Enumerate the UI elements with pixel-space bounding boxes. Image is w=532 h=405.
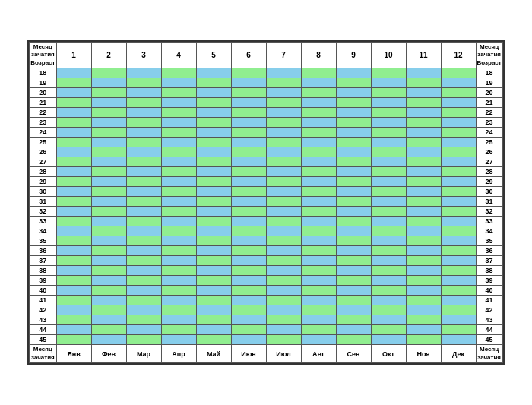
cell-age27-month3 — [126, 157, 161, 167]
cell-age19-month11 — [406, 78, 441, 88]
table-row: 2020 — [30, 88, 503, 98]
cell-age24-month6 — [231, 128, 266, 138]
cell-age34-month1 — [56, 226, 91, 236]
age-label-right-29: 29 — [476, 177, 502, 187]
table-row: 4444 — [30, 325, 503, 335]
month-name-footer-0: Янв — [56, 345, 91, 363]
cell-age45-month11 — [406, 335, 441, 345]
table-row: 4242 — [30, 305, 503, 315]
cell-age26-month4 — [161, 147, 196, 157]
cell-age32-month2 — [91, 207, 126, 217]
age-label-right-43: 43 — [476, 315, 502, 325]
cell-age34-month8 — [301, 226, 336, 236]
cell-age21-month9 — [336, 98, 371, 108]
cell-age22-month6 — [231, 108, 266, 118]
cell-age39-month7 — [266, 276, 301, 286]
age-label-right-23: 23 — [476, 118, 502, 128]
cell-age29-month4 — [161, 177, 196, 187]
cell-age34-month11 — [406, 226, 441, 236]
cell-age36-month8 — [301, 246, 336, 256]
cell-age29-month10 — [371, 177, 406, 187]
cell-age32-month6 — [231, 207, 266, 217]
cell-age19-month12 — [441, 78, 476, 88]
table-row: 4343 — [30, 315, 503, 325]
cell-age45-month7 — [266, 335, 301, 345]
cell-age28-month7 — [266, 167, 301, 177]
cell-age40-month6 — [231, 286, 266, 296]
cell-age28-month5 — [196, 167, 231, 177]
age-label-left-21: 21 — [30, 98, 56, 108]
cell-age34-month3 — [126, 226, 161, 236]
cell-age29-month8 — [301, 177, 336, 187]
cell-age23-month11 — [406, 118, 441, 128]
cell-age18-month5 — [196, 68, 231, 78]
table-row: 3232 — [30, 207, 503, 217]
calendar-table-wrapper: МесяцзачатияВозраст123456789101112Месяцз… — [27, 40, 505, 365]
cell-age32-month8 — [301, 207, 336, 217]
cell-age18-month10 — [371, 68, 406, 78]
cell-age40-month3 — [126, 286, 161, 296]
month-num-header-10: 11 — [406, 43, 441, 68]
cell-age22-month10 — [371, 108, 406, 118]
cell-age33-month6 — [231, 217, 266, 226]
age-label-right-36: 36 — [476, 246, 502, 256]
cell-age38-month11 — [406, 266, 441, 276]
cell-age38-month12 — [441, 266, 476, 276]
cell-age31-month5 — [196, 197, 231, 207]
cell-age37-month1 — [56, 256, 91, 266]
cell-age24-month1 — [56, 128, 91, 138]
age-label-left-40: 40 — [30, 286, 56, 296]
cell-age39-month11 — [406, 276, 441, 286]
cell-age44-month9 — [336, 325, 371, 335]
cell-age38-month8 — [301, 266, 336, 276]
cell-age45-month8 — [301, 335, 336, 345]
month-name-footer-5: Июн — [231, 345, 266, 363]
cell-age31-month7 — [266, 197, 301, 207]
age-label-left-42: 42 — [30, 305, 56, 315]
cell-age44-month11 — [406, 325, 441, 335]
cell-age20-month3 — [126, 88, 161, 98]
cell-age27-month7 — [266, 157, 301, 167]
cell-age42-month4 — [161, 305, 196, 315]
cell-age31-month4 — [161, 197, 196, 207]
cell-age24-month2 — [91, 128, 126, 138]
cell-age42-month5 — [196, 305, 231, 315]
table-row: 2828 — [30, 167, 503, 177]
cell-age21-month5 — [196, 98, 231, 108]
cell-age38-month7 — [266, 266, 301, 276]
age-label-right-26: 26 — [476, 147, 502, 157]
cell-age42-month11 — [406, 305, 441, 315]
cell-age41-month4 — [161, 296, 196, 305]
cell-age34-month7 — [266, 226, 301, 236]
cell-age30-month7 — [266, 187, 301, 197]
month-name-footer-2: Мар — [126, 345, 161, 363]
cell-age38-month5 — [196, 266, 231, 276]
cell-age23-month3 — [126, 118, 161, 128]
table-row: 3838 — [30, 266, 503, 276]
cell-age45-month12 — [441, 335, 476, 345]
cell-age31-month11 — [406, 197, 441, 207]
age-label-left-43: 43 — [30, 315, 56, 325]
cell-age18-month1 — [56, 68, 91, 78]
cell-age38-month1 — [56, 266, 91, 276]
cell-age25-month9 — [336, 138, 371, 147]
table-row: 2626 — [30, 147, 503, 157]
cell-age42-month10 — [371, 305, 406, 315]
age-label-right-45: 45 — [476, 335, 502, 345]
cell-age27-month8 — [301, 157, 336, 167]
cell-age20-month6 — [231, 88, 266, 98]
cell-age19-month6 — [231, 78, 266, 88]
cell-age26-month6 — [231, 147, 266, 157]
cell-age37-month10 — [371, 256, 406, 266]
age-label-right-18: 18 — [476, 68, 502, 78]
cell-age29-month12 — [441, 177, 476, 187]
cell-age19-month7 — [266, 78, 301, 88]
table-row: 3333 — [30, 217, 503, 226]
cell-age24-month7 — [266, 128, 301, 138]
cell-age30-month8 — [301, 187, 336, 197]
cell-age42-month2 — [91, 305, 126, 315]
cell-age33-month11 — [406, 217, 441, 226]
cell-age40-month5 — [196, 286, 231, 296]
table-row: 2121 — [30, 98, 503, 108]
cell-age24-month10 — [371, 128, 406, 138]
